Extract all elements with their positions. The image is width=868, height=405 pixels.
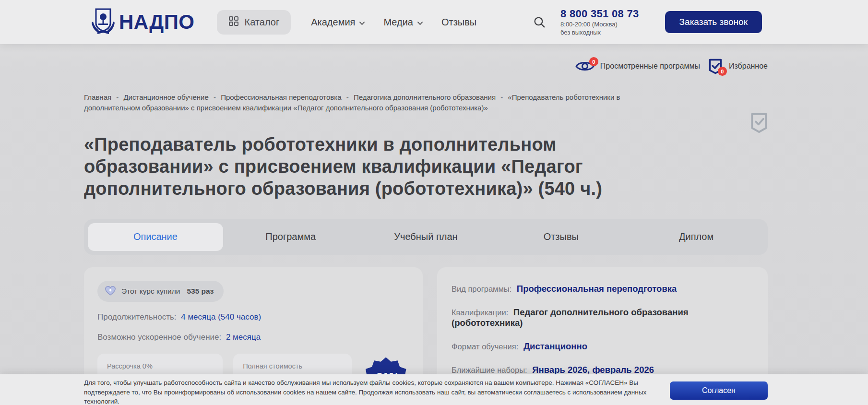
course-tabs: Описание Программа Учебный план Отзывы Д…: [84, 219, 768, 255]
catalog-label: Каталог: [245, 17, 280, 28]
title-line: дополнительного образования (робототехни…: [84, 179, 602, 199]
breadcrumb-pedagogy[interactable]: Педагогика дополнительного образования: [354, 93, 496, 101]
tab-description[interactable]: Описание: [88, 223, 223, 251]
format-value[interactable]: Дистанционно: [523, 341, 587, 351]
breadcrumb-separator: -: [500, 93, 503, 101]
logo-text: НАДПО: [119, 11, 195, 34]
eye-icon: 0: [575, 60, 595, 73]
chevron-down-icon: [359, 17, 365, 28]
duration-value: 4 месяца (540 часов): [181, 312, 261, 322]
breadcrumb-separator: -: [214, 93, 216, 101]
page-title: «Преподаватель робототехники в дополните…: [84, 133, 626, 200]
phone-days: без выходных: [560, 29, 639, 36]
save-bookmark-icon[interactable]: [750, 111, 768, 136]
program-type-value[interactable]: Профессиональная переподготовка: [517, 284, 677, 294]
breadcrumb: Главная - Дистанционное обучение - Профе…: [84, 92, 650, 113]
viewed-programs-button[interactable]: 0 Просмотренные программы: [575, 60, 700, 73]
breadcrumb-retraining[interactable]: Профессиональная переподготовка: [221, 93, 341, 101]
nav-label: Медиа: [383, 17, 413, 28]
tab-diploma[interactable]: Диплом: [629, 223, 764, 251]
logo[interactable]: НАДПО: [91, 7, 195, 37]
program-type-row: Вид программы: Профессиональная переподг…: [452, 284, 753, 294]
full-price-title: Полная стоимость: [243, 362, 342, 370]
phone-block[interactable]: 8 800 351 08 73 8:00-20:00 (Москва) без …: [560, 8, 639, 36]
qualification-label: Квалификации:: [452, 308, 508, 317]
tab-reviews[interactable]: Отзывы: [493, 223, 629, 251]
cookie-banner: Для того, чтобы улучшать работоспособнос…: [0, 374, 868, 405]
enrollment-label: Ближайшие наборы:: [452, 366, 527, 374]
format-row: Формат обучения: Дистанционно: [452, 341, 753, 352]
duration-row: Продолжительность: 4 месяца (540 часов): [97, 312, 409, 322]
bookmark-check-icon: 0: [708, 58, 723, 74]
duration-label: Продолжительность:: [97, 312, 177, 322]
purchases-badge: Этот курс купили535 раз: [97, 281, 224, 302]
installment-title: Рассрочка 0%: [107, 362, 213, 370]
grid-icon: [228, 16, 239, 29]
favorites-count-badge: 0: [718, 67, 727, 76]
nav-item-media[interactable]: Медиа: [383, 17, 423, 28]
breadcrumb-distance-learning[interactable]: Дистанционное обучение: [123, 93, 208, 101]
nav-item-academy[interactable]: Академия: [311, 17, 365, 28]
nav-label: Отзывы: [441, 17, 476, 28]
viewed-count-badge: 0: [589, 57, 598, 66]
heart-icon: [104, 285, 117, 298]
title-line: «Преподаватель робототехники в дополните…: [84, 134, 557, 155]
accelerated-label: Возможно ускоренное обучение:: [97, 333, 221, 342]
program-type-label: Вид программы:: [452, 285, 511, 293]
breadcrumb-separator: -: [346, 93, 349, 101]
enrollment-value: Январь 2026, февраль 2026: [532, 365, 654, 375]
chevron-down-icon: [417, 17, 423, 28]
qualification-row: Квалификации: Педагог дополнительного об…: [452, 307, 753, 328]
purchases-text: Этот курс купили: [121, 287, 180, 296]
search-icon[interactable]: [533, 16, 546, 29]
toolbar: 0 Просмотренные программы 0 Избранное: [0, 57, 868, 76]
breadcrumb-separator: -: [116, 93, 119, 101]
nav-item-reviews[interactable]: Отзывы: [441, 17, 476, 28]
catalog-button[interactable]: Каталог: [217, 10, 291, 35]
order-call-button[interactable]: Заказать звонок: [665, 11, 762, 33]
cookie-accept-button[interactable]: Согласен: [670, 381, 768, 400]
cookie-text: Для того, чтобы улучшать работоспособнос…: [84, 378, 648, 405]
main-nav: Академия Медиа Отзывы: [311, 17, 476, 28]
breadcrumb-home[interactable]: Главная: [84, 93, 111, 101]
logo-crest-icon: [91, 7, 115, 37]
purchases-count: 535 раз: [187, 287, 214, 296]
viewed-label: Просмотренные программы: [600, 62, 700, 71]
phone-schedule: 8:00-20:00 (Москва): [560, 21, 639, 28]
enrollment-row: Ближайшие наборы: Январь 2026, февраль 2…: [452, 365, 753, 375]
accelerated-value: 2 месяца: [226, 333, 261, 342]
format-label: Формат обучения:: [452, 342, 518, 351]
tab-curriculum[interactable]: Учебный план: [358, 223, 494, 251]
header: НАДПО Каталог Академия Медиа Отзывы: [0, 0, 868, 44]
favorites-button[interactable]: 0 Избранное: [708, 58, 768, 74]
phone-number[interactable]: 8 800 351 08 73: [560, 8, 639, 20]
favorites-label: Избранное: [729, 62, 768, 71]
tab-program[interactable]: Программа: [223, 223, 358, 251]
title-line: образовании» с присвоением квалификации …: [84, 156, 583, 177]
accelerated-row: Возможно ускоренное обучение: 2 месяца: [97, 333, 409, 342]
nav-label: Академия: [311, 17, 355, 28]
